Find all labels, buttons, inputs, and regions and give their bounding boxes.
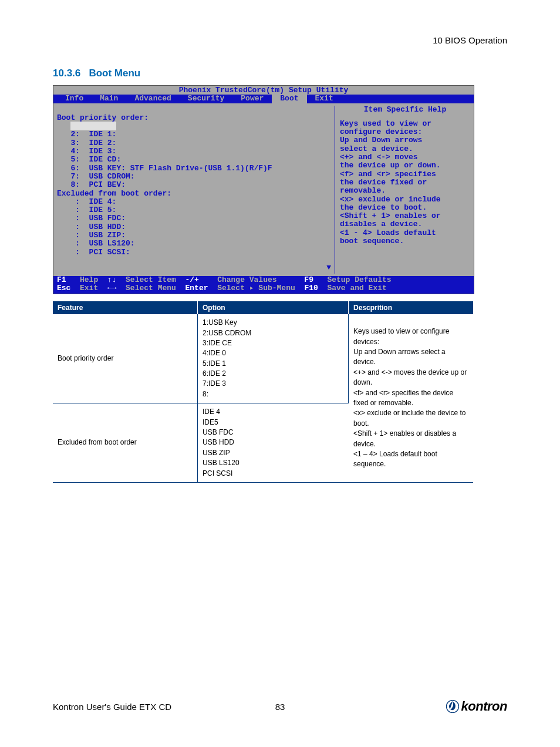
cell-description: Keys used to view or configure devices: … (349, 314, 474, 482)
bios-tab-security: Security (180, 95, 232, 103)
key-enter: Enter (185, 284, 208, 292)
page-number: 83 (275, 702, 285, 712)
excluded-item: : USB ZIP: (70, 231, 126, 240)
key-updown: ↑↓ (107, 275, 117, 284)
kontron-logo-icon (446, 700, 459, 713)
bios-help-panel: Item Specific HelpKeys used to view or c… (335, 106, 470, 274)
page-footer: Kontron User's Guide ETX CD 83 kontron (53, 699, 507, 714)
bios-left-panel: Boot priority order: 1: IDE 0: 2: IDE 1:… (57, 106, 335, 274)
label-changevalues: Change Values (217, 275, 276, 284)
excluded-heading: Excluded from boot order: (57, 189, 171, 198)
bios-menubar: Info Main Advanced Security Power Boot E… (53, 95, 474, 103)
key-f10: F10 (304, 284, 318, 292)
bios-title: Phoenix TrustedCore(tm) Setup Utility (53, 86, 474, 95)
excluded-item: : IDE 5: (70, 206, 116, 214)
footer-left: Kontron User's Guide ETX CD (53, 702, 171, 712)
bios-tab-power: Power (232, 95, 272, 103)
excluded-item: : USB HDD: (70, 223, 126, 231)
feature-table: Feature Option Descprition Boot priority… (53, 301, 473, 483)
priority-item: 2: IDE 1: (70, 130, 116, 139)
bios-tab-info: Info (57, 95, 92, 103)
help-body: Keys used to view or configure devices: … (340, 119, 441, 245)
section-title: Boot Menu (89, 68, 140, 79)
label-exit: Exit (80, 284, 98, 292)
section-heading: 10.3.6 Boot Menu (53, 68, 507, 79)
cell-feature: Excluded from boot order (53, 403, 198, 483)
key-leftright: ←→ (107, 284, 117, 292)
label-defaults: Setup Defaults (327, 275, 391, 284)
excluded-item: : USB LS120: (70, 239, 134, 248)
running-header: 10 BIOS Operation (53, 35, 507, 45)
label-save: Save and Exit (327, 284, 386, 292)
key-esc: Esc (57, 284, 70, 292)
priority-item: 7: USB CDROM: (70, 172, 134, 181)
bios-tab-advanced: Advanced (126, 95, 179, 103)
priority-item: 6: USB KEY: STF Flash Drive-(USB 1.1)(R/… (70, 164, 272, 173)
col-description: Descprition (349, 301, 474, 314)
label-help: Help (80, 275, 98, 284)
priority-item: 8: PCI BEV: (70, 180, 126, 189)
excluded-item: : PCI SCSI: (70, 248, 130, 257)
label-selectitem: Select Item (126, 275, 176, 284)
label-submenu: Select ▸ Sub-Menu (217, 284, 295, 292)
excluded-item: : USB FDC: (70, 214, 126, 223)
bios-tab-exit: Exit (307, 95, 342, 103)
bios-tab-boot: Boot (272, 95, 306, 103)
priority-item: 4: IDE 3: (70, 147, 116, 156)
priority-item: 3: IDE 2: (70, 139, 116, 147)
table-row: Boot priority order 1:USB Key 2:USB CDRO… (53, 314, 473, 403)
bios-tab-main: Main (92, 95, 126, 103)
label-selectmenu: Select Menu (126, 284, 176, 292)
kontron-logo: kontron (446, 699, 507, 714)
section-number: 10.3.6 (53, 68, 80, 79)
priority-item: 5: IDE CD: (70, 155, 121, 164)
kontron-text: kontron (461, 699, 507, 714)
col-option: Option (198, 301, 349, 314)
key-plusminus: -/+ (185, 275, 199, 284)
boot-priority-heading: Boot priority order: (57, 113, 149, 122)
scroll-down-icon: ▼ (326, 264, 331, 272)
col-feature: Feature (53, 301, 198, 314)
key-f9: F9 (304, 275, 313, 284)
cell-feature: Boot priority order (53, 314, 198, 403)
bios-screenshot: Phoenix TrustedCore(tm) Setup Utility In… (53, 85, 474, 294)
help-title: Item Specific Help (340, 106, 470, 114)
cell-option: IDE 4 IDE5 USB FDC USB HDD USB ZIP USB L… (198, 403, 349, 483)
key-f1: F1 (57, 275, 66, 284)
cell-option: 1:USB Key 2:USB CDROM 3:IDE CE 4:IDE 0 5… (198, 314, 349, 403)
excluded-item: : IDE 4: (70, 197, 116, 206)
bios-footer: F1 Help ↑↓ Select Item -/+ Change Values… (53, 276, 474, 294)
priority-item-1: 1: IDE 0: (70, 122, 116, 130)
